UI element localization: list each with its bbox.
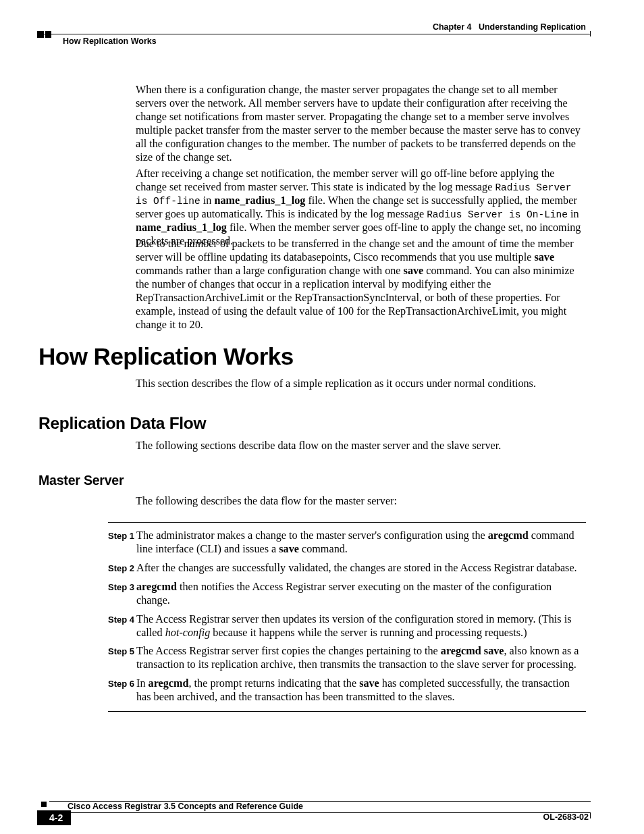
- p3-save2: save: [404, 265, 424, 277]
- paragraph-2: After receiving a change set notificatio…: [136, 167, 586, 249]
- step-text: The administrator makes a change to the …: [136, 529, 586, 556]
- step-3: Step 3 aregcmd then notifies the Access …: [108, 581, 586, 608]
- footer-ornament: [41, 802, 47, 807]
- step-1: Step 1 The administrator makes a change …: [108, 529, 586, 556]
- s3-post: then notifies the Access Registrar serve…: [136, 581, 552, 606]
- s6-b2: save: [359, 677, 379, 689]
- header-ornament-left: [37, 31, 51, 38]
- p2-bold2: name_radius_1_log: [136, 221, 227, 234]
- page-number-badge: 4-2: [37, 810, 71, 825]
- s6-pre: In: [136, 677, 149, 689]
- chapter-number: Chapter 4: [433, 22, 472, 32]
- heading-replication-data-flow: Replication Data Flow: [38, 414, 206, 433]
- step-text: In aregcmd, the prompt returns indicatin…: [136, 677, 586, 704]
- step-label: Step 2: [108, 562, 136, 575]
- p2-b: in: [200, 194, 215, 207]
- steps-rule-top: [108, 522, 586, 523]
- step-label: Step 6: [108, 677, 136, 704]
- s4-i1: hot-config: [165, 627, 211, 639]
- step-label: Step 4: [108, 613, 136, 640]
- s6-b1: aregcmd: [149, 677, 189, 689]
- step-text: After the changes are successfully valid…: [136, 562, 586, 575]
- chapter-title: Understanding Replication: [479, 22, 586, 32]
- footer-rule-bottom: [49, 812, 591, 813]
- p3-save1: save: [534, 251, 554, 263]
- s1-b1: aregcmd: [488, 529, 529, 542]
- header-chapter: Chapter 4 Understanding Replication: [433, 22, 586, 32]
- step-text: The Access Registrar server then updates…: [136, 613, 586, 640]
- s1-pre: The administrator makes a change to the …: [136, 529, 488, 542]
- footer-tick: [590, 813, 591, 818]
- step-4: Step 4 The Access Registrar server then …: [108, 613, 586, 640]
- p2-d: in: [568, 208, 579, 220]
- paragraph-h3: The following describes the data flow fo…: [136, 495, 586, 509]
- p2-mono2: Radius Server is On-Line: [427, 209, 568, 220]
- header-rule: [37, 34, 591, 34]
- s1-post: command.: [299, 543, 348, 555]
- heading-how-replication-works: How Replication Works: [38, 343, 294, 370]
- p2-bold1: name_radius_1_log: [214, 194, 305, 207]
- step-label: Step 5: [108, 645, 136, 672]
- step-6: Step 6 In aregcmd, the prompt returns in…: [108, 677, 586, 704]
- s5-pre: The Access Registrar server first copies…: [136, 645, 441, 657]
- paragraph-h2: The following sections describe data flo…: [136, 440, 586, 453]
- s1-b2: save: [279, 543, 299, 555]
- s6-mid: , the prompt returns indicating that the: [188, 677, 359, 689]
- s5-b1: aregcmd save: [441, 645, 504, 657]
- steps-rule-bottom: [108, 711, 586, 712]
- paragraph-h1: This section describes the flow of a sim…: [136, 377, 586, 391]
- s4-post: because it happens while the server is r…: [210, 627, 527, 639]
- p3-a: Due to the number of packets to be trans…: [136, 238, 574, 263]
- footer-doc-code: OL-2683-02: [543, 812, 589, 822]
- p3-b: commands rather than a large configurati…: [136, 265, 404, 277]
- paragraph-1: When there is a configuration change, th…: [136, 84, 586, 165]
- step-2: Step 2 After the changes are successfull…: [108, 562, 586, 575]
- paragraph-3: Due to the number of packets to be trans…: [136, 238, 586, 332]
- step-label: Step 1: [108, 529, 136, 556]
- s3-b1: aregcmd: [136, 581, 177, 593]
- step-text: aregcmd then notifies the Access Registr…: [136, 581, 586, 608]
- step-5: Step 5 The Access Registrar server first…: [108, 645, 586, 672]
- header-section-left: How Replication Works: [63, 36, 157, 46]
- step-label: Step 3: [108, 581, 136, 608]
- header-tick-right: [590, 31, 591, 36]
- footer-title: Cisco Access Registrar 3.5 Concepts and …: [68, 802, 303, 811]
- step-text: The Access Registrar server first copies…: [136, 645, 586, 672]
- heading-master-server: Master Server: [38, 473, 124, 488]
- p2-a: After receiving a change set notificatio…: [136, 167, 554, 193]
